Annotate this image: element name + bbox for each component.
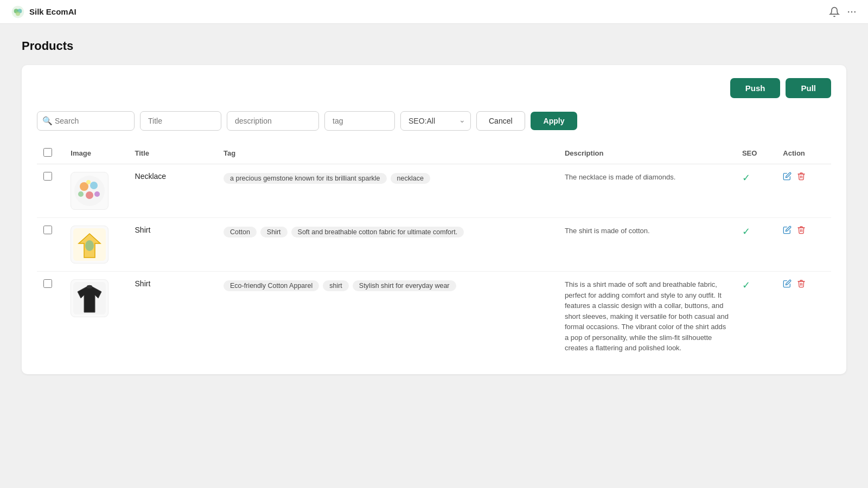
product-image xyxy=(71,226,108,264)
search-wrap: 🔍 xyxy=(37,111,135,131)
page-title: Products xyxy=(22,39,846,53)
apply-button[interactable]: Apply xyxy=(531,112,578,130)
seo-check-icon: ✓ xyxy=(742,172,750,183)
search-icon: 🔍 xyxy=(42,116,53,126)
svg-point-17 xyxy=(85,240,94,251)
top-actions: Push Pull xyxy=(37,78,831,98)
svg-point-3 xyxy=(16,11,20,16)
product-description: The shirt is made of cotton. xyxy=(565,227,650,235)
row-checkbox[interactable] xyxy=(43,279,52,288)
action-icons xyxy=(783,279,825,290)
seo-check-icon: ✓ xyxy=(742,226,750,237)
tag-list: CottonShirtSoft and breathable cotton fa… xyxy=(224,226,552,239)
products-table: Image Title Tag Description SEO Action N… xyxy=(37,143,831,361)
tag-pill: Cotton xyxy=(224,227,257,237)
tag-pill: Soft and breathable cotton fabric for ul… xyxy=(291,227,464,237)
svg-point-12 xyxy=(94,191,100,197)
row-checkbox[interactable] xyxy=(43,226,52,234)
seo-select[interactable]: SEO:All SEO:Yes SEO:No xyxy=(400,111,471,131)
push-button[interactable]: Push xyxy=(730,78,781,98)
tag-pill: Stylish shirt for everyday wear xyxy=(353,280,456,291)
cancel-button[interactable]: Cancel xyxy=(476,111,525,131)
app-logo: Silk EcomAI xyxy=(11,5,76,19)
header-description: Description xyxy=(558,143,736,164)
delete-icon[interactable] xyxy=(797,279,806,290)
product-image xyxy=(71,172,108,210)
row-checkbox[interactable] xyxy=(43,172,52,181)
seo-check-icon: ✓ xyxy=(742,280,750,291)
svg-point-7 xyxy=(74,176,105,206)
action-icons xyxy=(783,172,825,183)
delete-icon[interactable] xyxy=(797,226,806,236)
topbar-icons xyxy=(829,7,857,17)
seo-select-wrap: SEO:All SEO:Yes SEO:No xyxy=(400,111,471,131)
filters-row: 🔍 SEO:All SEO:Yes SEO:No Cancel Apply xyxy=(37,111,831,131)
dots-icon[interactable] xyxy=(846,7,857,17)
header-tag: Tag xyxy=(217,143,558,164)
tag-pill: necklace xyxy=(391,173,430,184)
tag-pill: Eco-friendly Cotton Apparel xyxy=(224,280,319,291)
svg-point-10 xyxy=(86,191,93,199)
table-row: Shirt CottonShirtSoft and breathable cot… xyxy=(37,218,831,272)
title-filter-input[interactable] xyxy=(140,111,221,131)
header-seo: SEO xyxy=(736,143,776,164)
description-filter-input[interactable] xyxy=(227,111,319,131)
header-action: Action xyxy=(776,143,831,164)
edit-icon[interactable] xyxy=(783,226,792,236)
product-description: This is a shirt made of soft and breatha… xyxy=(565,280,729,352)
svg-point-13 xyxy=(86,180,91,184)
product-title: Necklace xyxy=(135,172,167,181)
tag-list: a precious gemstone known for its brilli… xyxy=(224,172,552,185)
table-row: Necklace a precious gemstone known for i… xyxy=(37,164,831,218)
svg-point-6 xyxy=(854,11,856,12)
svg-point-9 xyxy=(90,182,98,189)
header-title: Title xyxy=(129,143,218,164)
table-row: Shirt Eco-friendly Cotton ApparelshirtSt… xyxy=(37,272,831,361)
products-card: Push Pull 🔍 SEO:All SEO:Yes SEO:No Cance… xyxy=(22,65,846,374)
tag-list: Eco-friendly Cotton ApparelshirtStylish … xyxy=(224,279,552,292)
select-all-checkbox[interactable] xyxy=(43,148,52,157)
app-name: Silk EcomAI xyxy=(29,7,76,16)
bell-icon[interactable] xyxy=(829,7,840,17)
edit-icon[interactable] xyxy=(783,172,792,183)
svg-rect-21 xyxy=(87,285,92,288)
tag-pill: a precious gemstone known for its brilli… xyxy=(224,173,387,184)
svg-point-11 xyxy=(78,191,84,197)
product-title: Shirt xyxy=(135,279,151,288)
product-description: The necklace is made of diamonds. xyxy=(565,173,676,181)
product-title: Shirt xyxy=(135,226,151,234)
action-icons xyxy=(783,226,825,236)
product-image xyxy=(71,279,108,317)
delete-icon[interactable] xyxy=(797,172,806,183)
tag-filter-input[interactable] xyxy=(324,111,395,131)
tag-pill: shirt xyxy=(323,280,349,291)
edit-icon[interactable] xyxy=(783,279,792,290)
tag-pill: Shirt xyxy=(260,227,288,237)
header-image: Image xyxy=(64,143,128,164)
svg-point-5 xyxy=(851,11,853,12)
pull-button[interactable]: Pull xyxy=(786,78,831,98)
svg-point-4 xyxy=(848,11,850,12)
